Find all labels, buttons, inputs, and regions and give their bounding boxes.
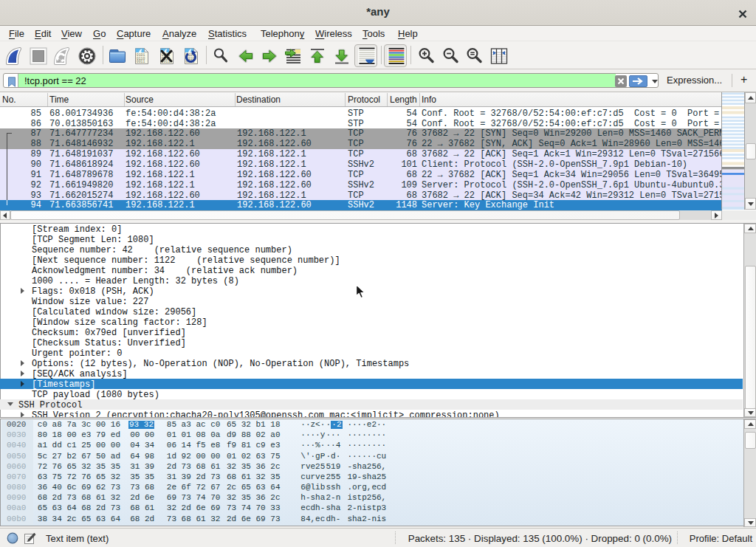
svg-text:0011: 0011 (137, 60, 145, 63)
